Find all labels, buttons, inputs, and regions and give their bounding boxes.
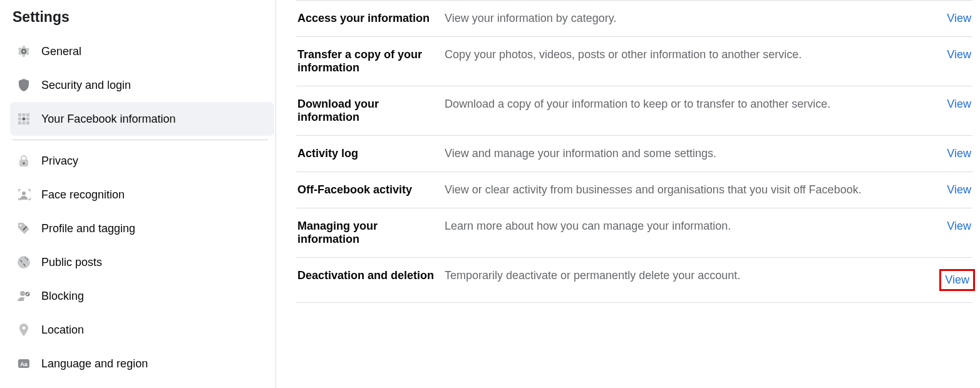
grid-icon xyxy=(13,108,35,130)
settings-row: Activity logView and manage your informa… xyxy=(296,136,972,172)
settings-row: Off-Facebook activityView or clear activ… xyxy=(296,172,972,208)
row-action: View xyxy=(934,98,971,111)
row-description: Copy your photos, videos, posts or other… xyxy=(445,48,934,61)
sidebar-item-label: Language and region xyxy=(41,357,148,370)
sidebar-item-your-facebook-information[interactable]: Your Facebook information xyxy=(10,102,274,136)
row-description: View your information by category. xyxy=(445,12,934,25)
sidebar-item-location[interactable]: Location xyxy=(10,313,274,347)
settings-row: Transfer a copy of your informationCopy … xyxy=(296,37,972,86)
sidebar-item-blocking[interactable]: Blocking xyxy=(10,279,274,313)
settings-row: Access your informationView your informa… xyxy=(296,0,972,37)
row-title: Managing your information xyxy=(297,220,445,246)
lock-icon xyxy=(13,150,35,172)
sidebar-item-general[interactable]: General xyxy=(10,34,274,68)
sidebar-item-label: Public posts xyxy=(41,256,102,269)
sidebar-item-security-and-login[interactable]: Security and login xyxy=(10,68,274,102)
row-title: Off-Facebook activity xyxy=(297,183,445,197)
sidebar-item-public-posts[interactable]: Public posts xyxy=(10,245,274,279)
sidebar-list: GeneralSecurity and loginYour Facebook i… xyxy=(10,34,274,380)
language-icon xyxy=(13,352,35,375)
sidebar-item-label: Blocking xyxy=(41,290,84,303)
row-description: View and manage your information and som… xyxy=(445,147,934,160)
row-action: View xyxy=(934,220,971,233)
row-title: Transfer a copy of your information xyxy=(297,48,445,74)
row-description: View or clear activity from businesses a… xyxy=(445,183,934,197)
page-title: Settings xyxy=(13,9,274,26)
row-action: View xyxy=(934,147,971,160)
view-link[interactable]: View xyxy=(939,269,975,291)
gear-icon xyxy=(13,40,35,63)
row-action: View xyxy=(934,12,971,25)
globe-icon xyxy=(13,251,35,273)
view-link[interactable]: View xyxy=(947,12,971,24)
view-link[interactable]: View xyxy=(947,98,971,110)
sidebar-item-label: Face recognition xyxy=(41,188,125,202)
row-description: Temporarily deactivate or permanently de… xyxy=(445,269,934,282)
shield-icon xyxy=(13,74,35,96)
view-link[interactable]: View xyxy=(947,183,971,196)
settings-row: Managing your informationLearn more abou… xyxy=(296,208,972,258)
sidebar-item-label: Profile and tagging xyxy=(41,222,135,235)
location-icon xyxy=(13,319,35,341)
sidebar-item-label: Security and login xyxy=(41,79,131,92)
sidebar: Settings GeneralSecurity and loginYour F… xyxy=(0,0,276,388)
block-icon xyxy=(13,285,35,307)
row-title: Access your information xyxy=(297,12,445,25)
sidebar-divider xyxy=(13,140,268,140)
sidebar-item-privacy[interactable]: Privacy xyxy=(10,144,274,178)
settings-row: Deactivation and deletionTemporarily dea… xyxy=(296,258,972,303)
row-title: Deactivation and deletion xyxy=(297,269,445,282)
tag-icon xyxy=(13,217,35,240)
main-content: Access your informationView your informa… xyxy=(276,0,980,388)
row-description: Download a copy of your information to k… xyxy=(445,98,934,111)
sidebar-item-label: Your Facebook information xyxy=(41,113,175,126)
sidebar-item-face-recognition[interactable]: Face recognition xyxy=(10,178,274,212)
row-title: Download your information xyxy=(297,98,445,124)
sidebar-item-language-and-region[interactable]: Language and region xyxy=(10,347,274,380)
sidebar-item-label: General xyxy=(41,45,81,58)
row-description: Learn more about how you can manage your… xyxy=(445,220,934,233)
row-action: View xyxy=(934,183,971,197)
view-link[interactable]: View xyxy=(947,147,971,160)
sidebar-item-profile-and-tagging[interactable]: Profile and tagging xyxy=(10,212,274,245)
row-action: View xyxy=(934,269,971,291)
row-action: View xyxy=(934,48,971,61)
sidebar-item-label: Privacy xyxy=(41,155,78,168)
view-link[interactable]: View xyxy=(947,220,971,232)
face-icon xyxy=(13,183,35,206)
view-link[interactable]: View xyxy=(947,48,971,61)
sidebar-item-label: Location xyxy=(41,324,84,337)
settings-row: Download your informationDownload a copy… xyxy=(296,86,972,136)
row-title: Activity log xyxy=(297,147,445,160)
